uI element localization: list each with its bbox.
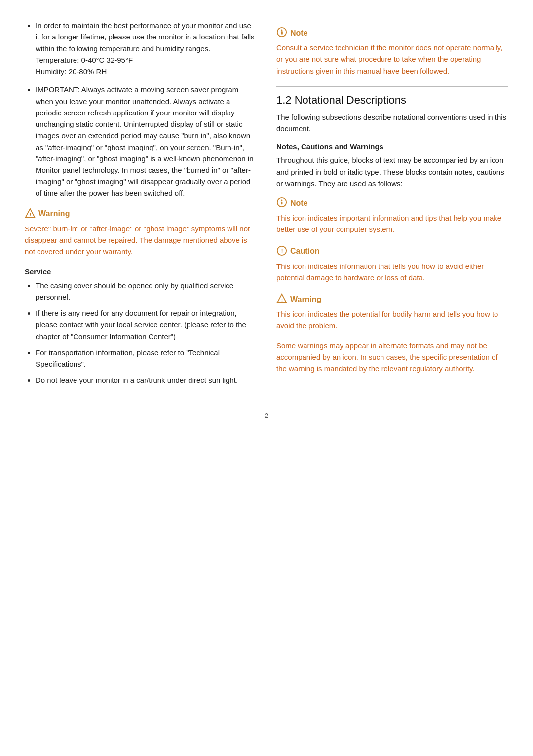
note-box-1: Note Consult a service technician if the… <box>276 27 508 76</box>
page-layout: In order to maintain the best performanc… <box>25 20 508 391</box>
left-column: In order to maintain the best performanc… <box>25 20 257 391</box>
bullet-important: IMPORTANT: Always activate a moving scre… <box>36 84 257 199</box>
caution-box: ! Caution This icon indicates informatio… <box>276 245 508 284</box>
svg-text:!: ! <box>281 298 283 302</box>
warning-text-2b: Some warnings may appear in alternate fo… <box>276 340 508 375</box>
warning-box-2: ! Warning This icon indicates the potent… <box>276 293 508 374</box>
svg-text:!: ! <box>281 248 283 254</box>
svg-rect-2 <box>281 31 283 34</box>
service-bullet-list: The casing cover should be opened only b… <box>25 280 257 386</box>
note-header-1: Note <box>276 27 508 39</box>
warning-text-2a: This icon indicates the potential for bo… <box>276 308 508 332</box>
warning-label-2: Warning <box>290 295 321 304</box>
caution-label: Caution <box>290 247 320 256</box>
service-bullet-1: The casing cover should be opened only b… <box>36 280 257 303</box>
service-bullet-3: For transportation information, please r… <box>36 347 257 370</box>
section-divider <box>276 86 508 87</box>
section-intro: The following subsections describe notat… <box>276 112 508 135</box>
note-label-2: Note <box>290 199 308 208</box>
service-bullet-4: Do not leave your monitor in a car/trunk… <box>36 375 257 386</box>
caution-header: ! Caution <box>276 245 508 258</box>
warning-icon-2: ! <box>276 293 287 305</box>
warning-icon-1: ! <box>25 208 36 220</box>
caution-icon: ! <box>276 245 287 258</box>
note-header-2: Note <box>276 197 508 209</box>
note-icon-2 <box>276 197 287 209</box>
note-icon-1 <box>276 27 287 39</box>
service-bullet-2: If there is any need for any document fo… <box>36 307 257 342</box>
warning-label-1: Warning <box>38 209 70 218</box>
note-label-1: Note <box>290 29 308 38</box>
main-bullet-list: In order to maintain the best performanc… <box>25 20 257 199</box>
warning-box-1: ! Warning Severe'' burn-in'' or ''after-… <box>25 208 257 258</box>
svg-point-3 <box>281 30 283 31</box>
note-box-2: Note This icon indicates important infor… <box>276 197 508 235</box>
svg-text:!: ! <box>30 212 31 217</box>
warning-header-2: ! Warning <box>276 293 508 305</box>
subsection-intro: Throughout this guide, blocks of text ma… <box>276 154 508 189</box>
right-column: Note Consult a service technician if the… <box>276 20 508 391</box>
section-title: 1.2 Notational Descriptions <box>276 94 508 107</box>
warning-header-1: ! Warning <box>25 208 257 220</box>
service-heading: Service <box>25 267 257 276</box>
caution-text: This icon indicates information that tel… <box>276 261 508 284</box>
subsection-heading: Notes, Cautions and Warnings <box>276 142 508 151</box>
svg-point-6 <box>281 200 283 201</box>
note-text-2: This icon indicates important informatio… <box>276 212 508 235</box>
svg-rect-5 <box>281 202 283 205</box>
bullet-performance: In order to maintain the best performanc… <box>36 20 257 77</box>
warning-text-1: Severe'' burn-in'' or ''after-image'' or… <box>25 223 257 258</box>
page-number: 2 <box>25 411 508 419</box>
note-text-1: Consult a service technician if the moni… <box>276 42 508 76</box>
